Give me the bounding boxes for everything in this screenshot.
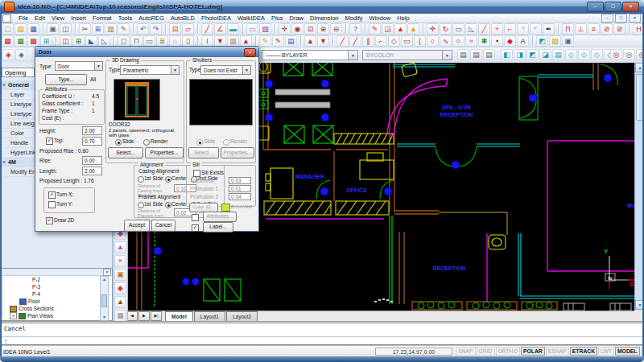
corner-tool-icon[interactable]: ⌐: [504, 23, 516, 35]
tree-item-cross-sections[interactable]: Cross Sections: [2, 305, 54, 312]
side-tool-6-icon[interactable]: ▲: [114, 296, 126, 308]
view-iso-2-icon[interactable]: ◇: [578, 49, 590, 60]
slide-radio[interactable]: [115, 139, 122, 146]
stairs-tool-2-icon[interactable]: ≣: [156, 35, 168, 47]
copy-icon[interactable]: ⊞: [92, 23, 104, 35]
sketch-line-icon[interactable]: ╱: [201, 23, 213, 35]
chevron-down-icon[interactable]: ▼: [348, 51, 357, 60]
zoom-dynamic-icon[interactable]: ◎: [623, 49, 635, 60]
area-chart-icon[interactable]: ◲: [382, 23, 394, 35]
turn-x-checkbox[interactable]: ✓: [48, 191, 56, 199]
top-checkbox[interactable]: ✓: [46, 138, 53, 145]
hatch-gold-icon[interactable]: ▨: [549, 35, 561, 47]
print-preview-icon[interactable]: ◫: [60, 23, 72, 35]
menu-window[interactable]: Window: [366, 14, 394, 22]
draw-2d-checkbox[interactable]: ✓: [46, 217, 53, 224]
arrow-down-red-icon[interactable]: ▼: [317, 35, 329, 47]
top-field[interactable]: 0.70: [82, 137, 102, 146]
view-left-icon[interactable]: ◩: [526, 49, 539, 60]
chamfer-tool-icon[interactable]: ◺: [465, 23, 477, 35]
toggle-ortho[interactable]: ORTHO: [496, 347, 520, 356]
plot-style-icon[interactable]: ▤: [470, 49, 482, 60]
menu-plus[interactable]: Plus: [268, 14, 287, 22]
chevron-down-icon[interactable]: ▼: [442, 51, 452, 60]
chevron-down-icon[interactable]: ▼: [94, 62, 102, 70]
restore-button[interactable]: □: [605, 2, 621, 12]
scroll-down-icon[interactable]: ▼: [101, 315, 108, 320]
menu-file[interactable]: File: [15, 14, 31, 22]
ban-tool-icon[interactable]: ⊘: [601, 23, 613, 35]
door-tool-icon[interactable]: ◻: [118, 35, 130, 47]
select-region-icon[interactable]: ◩: [536, 35, 548, 47]
save-file-icon[interactable]: ▦: [27, 23, 39, 35]
ruler-icon[interactable]: ▬: [227, 23, 239, 35]
triangle-tool-icon[interactable]: ▲: [394, 23, 407, 35]
tab-layout1[interactable]: Layout1: [194, 311, 225, 321]
side-tool-2-icon[interactable]: ▲: [114, 241, 126, 253]
height-field[interactable]: 2.00: [82, 126, 102, 135]
draw-circle-icon[interactable]: ○: [427, 35, 439, 47]
arrow-up-red-icon[interactable]: ▲: [304, 35, 316, 47]
format-painter-icon[interactable]: ✎: [118, 23, 130, 35]
wall-corner-icon[interactable]: ◣: [85, 35, 97, 47]
hatch-fill-icon[interactable]: ▼: [214, 35, 226, 47]
warning-tool-icon[interactable]: ▲: [407, 23, 419, 35]
help-icon[interactable]: ?: [349, 23, 361, 35]
draw-point-icon[interactable]: •: [491, 35, 503, 47]
scroll-up-icon[interactable]: ▲: [101, 277, 108, 282]
pan-icon[interactable]: ✛: [279, 23, 291, 35]
attributes-checkbox[interactable]: [192, 214, 199, 221]
rect-tool-icon[interactable]: ▭: [452, 23, 464, 35]
color-dropdown[interactable]: BYCOLOR ▼: [362, 50, 452, 60]
wall-grid-icon[interactable]: ▦: [2, 35, 14, 47]
cut-icon[interactable]: ✂: [79, 23, 91, 35]
ban-tool-2-icon[interactable]: ⊘: [613, 23, 625, 35]
roof-tool-icon[interactable]: ⌂: [169, 35, 181, 47]
quick-select-icon[interactable]: ▱: [182, 23, 194, 35]
dialog-title-bar[interactable]: Door: [35, 47, 258, 57]
tree-item-plan-views[interactable]: +Plan Views: [2, 312, 54, 319]
sketch-polyline-icon[interactable]: ∠: [214, 23, 226, 35]
properties-button[interactable]: Properties...: [145, 147, 184, 158]
topo-table-icon[interactable]: ⊞: [40, 35, 52, 47]
open-file-icon[interactable]: ▤: [14, 23, 27, 35]
chevron-down-icon[interactable]: ▼: [171, 66, 179, 74]
menu-walkidea[interactable]: WalkIDEA: [234, 14, 268, 22]
draw-arc-icon[interactable]: (: [414, 35, 426, 47]
type-button[interactable]: Type...: [45, 74, 87, 85]
window-tool-2-icon[interactable]: ▭: [143, 35, 155, 47]
frames-1st-side-radio[interactable]: [138, 202, 144, 208]
draw-polygon-icon[interactable]: ◇: [388, 35, 400, 47]
tab-layout2[interactable]: Layout2: [226, 311, 258, 321]
menu-edit[interactable]: Edit: [31, 14, 48, 22]
draw-region-icon[interactable]: ◆: [504, 35, 516, 47]
3d-type-dropdown[interactable]: Parametric ▼: [120, 65, 180, 75]
stairs-tool-icon[interactable]: ≡: [588, 23, 600, 35]
accept-button[interactable]: Accept: [124, 220, 150, 232]
sill-exists-checkbox[interactable]: [193, 170, 200, 177]
side-tool-7-icon[interactable]: ▦: [114, 310, 126, 322]
tab-model[interactable]: Model: [165, 311, 193, 321]
wall-grid-3-icon[interactable]: ▩: [27, 35, 39, 47]
view-iso-1-icon[interactable]: ◇: [565, 49, 577, 60]
library-icon[interactable]: ▤: [285, 35, 297, 47]
side-tool-5-icon[interactable]: ◆: [114, 282, 126, 294]
linetype-dropdown[interactable]: ——— BYLAYER ▼: [262, 50, 358, 60]
tree-item-p-2[interactable]: P-2: [2, 276, 54, 283]
window-tool-icon[interactable]: ◫: [60, 35, 72, 47]
draw-parallel-icon[interactable]: ∥: [362, 35, 374, 47]
draw-line-icon[interactable]: ╱: [336, 35, 349, 47]
idea-view-icon[interactable]: ◈: [2, 49, 14, 60]
cancel-button[interactable]: Cancel: [151, 220, 175, 232]
draw-ray-icon[interactable]: ╱: [349, 35, 361, 47]
idea-view-2-icon[interactable]: ◈: [15, 49, 27, 60]
zoom-window-icon[interactable]: ⊡: [304, 23, 316, 35]
expand-icon[interactable]: +: [10, 312, 17, 319]
dialog-close-icon[interactable]: ×: [244, 48, 256, 57]
doc-minimize-button[interactable]: –: [601, 14, 613, 23]
view-top-icon[interactable]: ◧: [501, 49, 513, 60]
arc-tool-icon[interactable]: ◝: [517, 23, 529, 35]
text-insert-icon[interactable]: I: [201, 35, 213, 47]
tree-scrollbar[interactable]: ▲ ▼: [100, 276, 109, 321]
menu-autobld[interactable]: AutoBLD: [167, 14, 198, 22]
